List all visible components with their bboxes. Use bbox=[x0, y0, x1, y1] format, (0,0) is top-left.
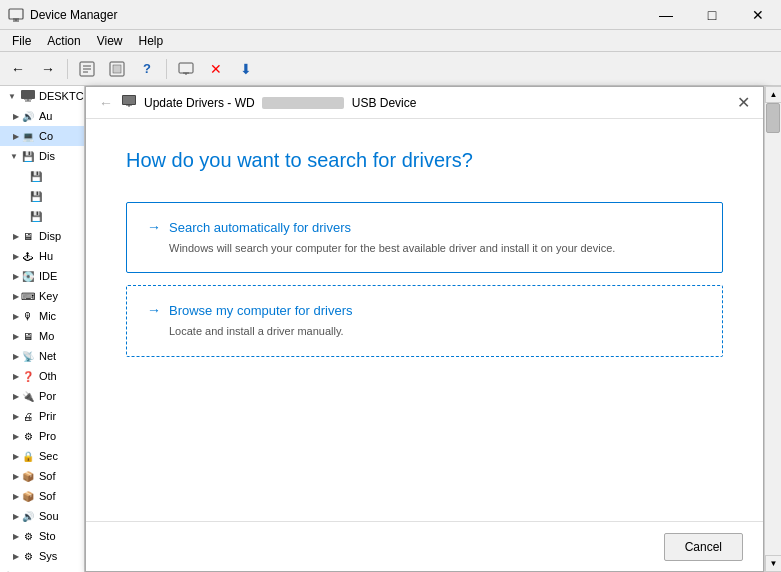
tree-item-storage[interactable]: ▶ ⚙ Sto bbox=[0, 526, 84, 546]
soft2-icon: 📦 bbox=[20, 488, 36, 504]
dialog-title: Update Drivers - WD ████████ USB Device bbox=[144, 96, 416, 110]
tree-item-usb[interactable]: 🔌 Universal Serial Bus controllers bbox=[0, 566, 84, 572]
mic-icon: 🎙 bbox=[20, 308, 36, 324]
option-browse-title: → Browse my computer for drivers bbox=[147, 302, 702, 318]
minimize-button[interactable]: — bbox=[643, 0, 689, 30]
disk-icon: 💾 bbox=[20, 148, 36, 164]
svg-rect-13 bbox=[21, 90, 35, 99]
tree-item-sys[interactable]: ▶ ⚙ Sys bbox=[0, 546, 84, 566]
toolbar-forward[interactable]: → bbox=[34, 56, 62, 82]
drive-icon-1: 💾 bbox=[28, 168, 44, 184]
toolbar-update[interactable]: ⬇ bbox=[232, 56, 260, 82]
tree-item-port[interactable]: ▶ 🔌 Por bbox=[0, 386, 84, 406]
tree-item-disk-1[interactable]: 💾 bbox=[0, 166, 84, 186]
drive-icon-3: 💾 bbox=[28, 208, 44, 224]
tree-item-keyboard[interactable]: ▶ ⌨ Key bbox=[0, 286, 84, 306]
tree-item-disk[interactable]: ▼ 💾 Dis bbox=[0, 146, 84, 166]
option-auto-title: → Search automatically for drivers bbox=[147, 219, 702, 235]
port-icon: 🔌 bbox=[20, 388, 36, 404]
option-auto-search[interactable]: → Search automatically for drivers Windo… bbox=[126, 202, 723, 273]
title-bar: Device Manager — □ ✕ bbox=[0, 0, 781, 30]
menu-bar: File Action View Help bbox=[0, 30, 781, 52]
dialog-titlebar: ← Update Drivers - WD ████████ USB Devic… bbox=[86, 87, 763, 119]
tree-item-mic[interactable]: ▶ 🎙 Mic bbox=[0, 306, 84, 326]
sound-icon: 🔊 bbox=[20, 508, 36, 524]
tree-root[interactable]: ▼ DESKTC bbox=[0, 86, 84, 106]
scrollbar-down-arrow[interactable]: ▼ bbox=[765, 555, 781, 572]
dialog-back-button[interactable]: ← bbox=[94, 91, 118, 115]
monitor-icon: 🖥 bbox=[20, 328, 36, 344]
tree-item-com[interactable]: ▶ 💻 Co bbox=[0, 126, 84, 146]
tree-item-disk-3[interactable]: 💾 bbox=[0, 206, 84, 226]
tree-item-other[interactable]: ▶ ❓ Oth bbox=[0, 366, 84, 386]
audio-icon: 🔊 bbox=[20, 108, 36, 124]
window-controls: — □ ✕ bbox=[643, 0, 781, 30]
svg-rect-10 bbox=[179, 63, 193, 73]
soft1-icon: 📦 bbox=[20, 468, 36, 484]
tree-item-proc[interactable]: ▶ ⚙ Pro bbox=[0, 426, 84, 446]
svg-rect-9 bbox=[113, 65, 121, 73]
net-icon: 📡 bbox=[20, 348, 36, 364]
toolbar: ← → ? ✕ ⬇ bbox=[0, 52, 781, 86]
usb-icon: 🔌 bbox=[4, 568, 16, 572]
svg-rect-0 bbox=[9, 9, 23, 19]
tree-item-disk-2[interactable]: 💾 bbox=[0, 186, 84, 206]
toolbar-uninstall[interactable]: ✕ bbox=[202, 56, 230, 82]
scrollbar-track bbox=[765, 103, 781, 555]
tree-item-display[interactable]: ▶ 🖥 Disp bbox=[0, 226, 84, 246]
dialog-close-button[interactable]: ✕ bbox=[731, 91, 755, 115]
ide-icon: 💽 bbox=[20, 268, 36, 284]
toolbar-scan[interactable] bbox=[103, 56, 131, 82]
scrollbar-thumb[interactable] bbox=[766, 103, 780, 133]
menu-action[interactable]: Action bbox=[39, 32, 88, 50]
toolbar-monitor[interactable] bbox=[172, 56, 200, 82]
tree-item-ide[interactable]: ▶ 💽 IDE bbox=[0, 266, 84, 286]
update-drivers-dialog: ← Update Drivers - WD ████████ USB Devic… bbox=[85, 86, 764, 572]
pc-icon bbox=[20, 88, 36, 104]
svg-rect-18 bbox=[123, 96, 135, 104]
dialog-footer: Cancel bbox=[86, 521, 763, 571]
dialog-content: How do you want to search for drivers? →… bbox=[86, 119, 763, 389]
cancel-button[interactable]: Cancel bbox=[664, 533, 743, 561]
device-tree: ▼ DESKTC ▶ 🔊 Au ▶ 💻 Co ▼ 💾 Dis 💾 💾 bbox=[0, 86, 85, 572]
toolbar-back[interactable]: ← bbox=[4, 56, 32, 82]
tree-item-soft2[interactable]: ▶ 📦 Sof bbox=[0, 486, 84, 506]
dialog-overlay: ← Update Drivers - WD ████████ USB Devic… bbox=[85, 86, 781, 572]
option-auto-arrow: → bbox=[147, 219, 161, 235]
other-icon: ❓ bbox=[20, 368, 36, 384]
main-area: ▼ DESKTC ▶ 🔊 Au ▶ 💻 Co ▼ 💾 Dis 💾 💾 bbox=[0, 86, 781, 572]
menu-view[interactable]: View bbox=[89, 32, 131, 50]
toolbar-sep-1 bbox=[67, 59, 68, 79]
menu-file[interactable]: File bbox=[4, 32, 39, 50]
dialog-device-icon bbox=[122, 93, 138, 112]
tree-item-audio[interactable]: ▶ 🔊 Au bbox=[0, 106, 84, 126]
keyboard-icon: ⌨ bbox=[20, 288, 36, 304]
toolbar-help[interactable]: ? bbox=[133, 56, 161, 82]
app-icon bbox=[8, 7, 24, 23]
tree-item-print[interactable]: ▶ 🖨 Prir bbox=[0, 406, 84, 426]
maximize-button[interactable]: □ bbox=[689, 0, 735, 30]
proc-icon: ⚙ bbox=[20, 428, 36, 444]
tree-root-label: DESKTC bbox=[39, 90, 84, 102]
display-icon: 🖥 bbox=[20, 228, 36, 244]
drive-icon-2: 💾 bbox=[28, 188, 44, 204]
com-icon: 💻 bbox=[20, 128, 36, 144]
scrollbar-up-arrow[interactable]: ▲ bbox=[765, 86, 781, 103]
tree-item-soft1[interactable]: ▶ 📦 Sof bbox=[0, 466, 84, 486]
close-button[interactable]: ✕ bbox=[735, 0, 781, 30]
dialog-heading: How do you want to search for drivers? bbox=[126, 149, 723, 172]
tree-item-monitor[interactable]: ▶ 🖥 Mo bbox=[0, 326, 84, 346]
option-browse-arrow: → bbox=[147, 302, 161, 318]
tree-item-sound[interactable]: ▶ 🔊 Sou bbox=[0, 506, 84, 526]
option-browse[interactable]: → Browse my computer for drivers Locate … bbox=[126, 285, 723, 356]
print-icon: 🖨 bbox=[20, 408, 36, 424]
tree-item-hid[interactable]: ▶ 🕹 Hu bbox=[0, 246, 84, 266]
main-scrollbar[interactable]: ▲ ▼ bbox=[764, 86, 781, 572]
toolbar-properties[interactable] bbox=[73, 56, 101, 82]
hid-icon: 🕹 bbox=[20, 248, 36, 264]
option-browse-desc: Locate and install a driver manually. bbox=[147, 324, 702, 339]
menu-help[interactable]: Help bbox=[131, 32, 172, 50]
sec-icon: 🔒 bbox=[20, 448, 36, 464]
tree-item-net[interactable]: ▶ 📡 Net bbox=[0, 346, 84, 366]
tree-item-sec[interactable]: ▶ 🔒 Sec bbox=[0, 446, 84, 466]
